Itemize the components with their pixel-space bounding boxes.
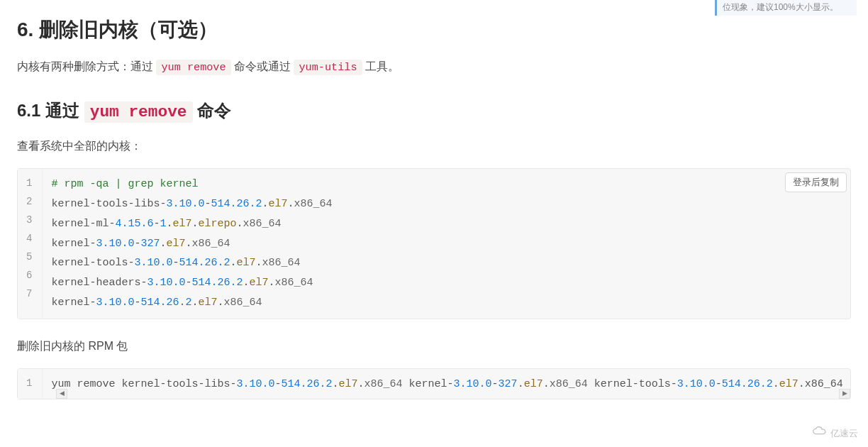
code-block-2: 1 yum remove kernel-tools-libs-3.10.0-51… (17, 368, 851, 399)
line-number: 3 (26, 211, 32, 230)
section-heading: 6. 删除旧内核（可选） (17, 13, 851, 47)
line-numbers-gutter: 1 (18, 369, 43, 399)
copy-button[interactable]: 登录后复制 (785, 172, 847, 192)
paragraph-delete-rpm: 删除旧内核的 RPM 包 (17, 336, 851, 355)
top-info-note: 位现象，建议100%大小显示。 (715, 0, 857, 16)
code-content-scrollable[interactable]: yum remove kernel-tools-libs-3.10.0-514.… (43, 369, 850, 399)
scroll-left-cap[interactable]: ◀ (56, 389, 67, 399)
code-content[interactable]: # rpm -qa | grep kernel kernel-tools-lib… (43, 169, 850, 318)
inline-code-yum-utils: yum-utils (294, 60, 362, 75)
subheading-post: 命令 (193, 101, 232, 120)
line-number: 7 (26, 285, 32, 304)
code-block-1-wrapper: 登录后复制 1 2 3 4 5 6 7 # rpm -qa | grep ker… (17, 168, 851, 319)
intro-text-post: 工具。 (362, 60, 399, 72)
paragraph-list-kernels: 查看系统中全部的内核： (17, 136, 851, 155)
subsection-heading: 6.1 通过 yum remove 命令 (17, 96, 851, 126)
line-number: 5 (26, 248, 32, 267)
brand-text: 亿速云 (830, 426, 858, 429)
intro-text-pre: 内核有两种删除方式：通过 (17, 60, 156, 72)
line-number: 4 (26, 230, 32, 248)
inline-code-heading-yum-remove: yum remove (84, 101, 193, 123)
intro-paragraph: 内核有两种删除方式：通过 yum remove 命令或通过 yum-utils … (17, 57, 851, 77)
code-comment: # rpm -qa | grep kernel (51, 178, 198, 190)
inline-code-yum-remove: yum remove (156, 60, 230, 75)
scroll-right-cap[interactable]: ▶ (839, 389, 850, 399)
brand-watermark: 亿速云 (812, 426, 858, 429)
intro-text-mid: 命令或通过 (231, 60, 294, 72)
line-number: 6 (26, 267, 32, 285)
code-block-1: 1 2 3 4 5 6 7 # rpm -qa | grep kernel ke… (17, 168, 851, 319)
cloud-icon (812, 426, 828, 429)
line-numbers-gutter: 1 2 3 4 5 6 7 (18, 169, 43, 318)
subheading-pre: 6.1 通过 (17, 101, 84, 120)
line-number: 1 (26, 375, 32, 393)
line-number: 2 (26, 193, 32, 211)
line-number: 1 (26, 175, 32, 193)
code-block-2-wrapper: 1 yum remove kernel-tools-libs-3.10.0-51… (17, 368, 851, 399)
